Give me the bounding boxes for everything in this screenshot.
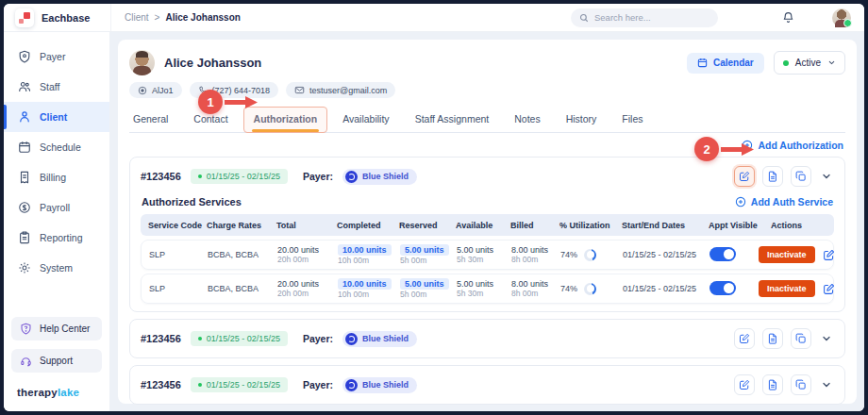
help-badge-icon bbox=[20, 323, 32, 335]
edit-icon bbox=[739, 171, 750, 182]
tab-availability[interactable]: Availability bbox=[342, 113, 389, 132]
status-value: Active bbox=[795, 58, 821, 68]
col-billed: Billed bbox=[510, 221, 559, 230]
footer-button-label: Support bbox=[40, 356, 73, 366]
edit-authorization-button[interactable] bbox=[734, 166, 755, 187]
row-actions: Inactivate bbox=[759, 246, 837, 263]
available-cell: 5.00 units5h 30m bbox=[457, 245, 511, 264]
edit-service-button[interactable] bbox=[823, 249, 835, 261]
edit-icon bbox=[739, 333, 750, 344]
payer-chip: Blue Shield bbox=[342, 331, 417, 347]
sidebar-item-label: System bbox=[40, 262, 73, 274]
sidebar-footer: Help Center Support therapylake bbox=[4, 317, 109, 411]
col-total: Total bbox=[276, 221, 337, 230]
email-icon bbox=[294, 85, 305, 95]
document-button[interactable] bbox=[762, 328, 783, 349]
document-icon bbox=[767, 171, 778, 182]
add-auth-service-link[interactable]: Add Auth Service bbox=[735, 196, 833, 208]
expand-card-button[interactable] bbox=[819, 377, 834, 392]
authorization-card-collapsed: #123456 01/15/25 - 02/15/25 Payer: Blue … bbox=[129, 319, 845, 358]
search-input[interactable] bbox=[594, 12, 709, 23]
client-email-chip: testuser@gmail.com bbox=[286, 82, 395, 98]
sidebar-item-staff[interactable]: Staff bbox=[4, 72, 109, 102]
col-completed: Completed bbox=[337, 221, 399, 230]
col-start-end-dates: Start/End Dates bbox=[622, 221, 709, 230]
copy-icon bbox=[795, 379, 807, 390]
expand-card-button[interactable] bbox=[819, 331, 834, 346]
therapylake-logo: therapylake bbox=[11, 381, 102, 404]
sidebar-item-label: Client bbox=[40, 111, 67, 123]
status-dropdown[interactable]: Active bbox=[774, 51, 845, 75]
payer-logo-icon bbox=[345, 171, 358, 183]
tab-files[interactable]: Files bbox=[622, 113, 643, 132]
appt-visible-toggle[interactable] bbox=[709, 247, 736, 261]
brand[interactable]: Eachbase bbox=[4, 8, 110, 27]
gear-icon bbox=[18, 261, 31, 274]
person-icon bbox=[18, 110, 31, 124]
tab-authorization[interactable]: Authorization bbox=[254, 113, 318, 132]
billed-cell: 8.00 units8h 00m bbox=[511, 279, 560, 298]
inactivate-button[interactable]: Inactivate bbox=[759, 280, 815, 297]
service-row: SLP BCBA, BCBA 20.00 units20h 00m 10.00 … bbox=[141, 274, 834, 304]
payer-label: Payer: bbox=[303, 333, 333, 344]
breadcrumb-separator: > bbox=[155, 12, 160, 23]
invoice-icon bbox=[18, 171, 31, 184]
sidebar-item-client[interactable]: Client bbox=[4, 102, 109, 132]
document-button[interactable] bbox=[762, 374, 783, 395]
user-avatar[interactable] bbox=[832, 8, 851, 27]
tab-history[interactable]: History bbox=[566, 113, 597, 132]
copy-button[interactable] bbox=[791, 166, 811, 187]
edit-authorization-button[interactable] bbox=[734, 328, 755, 349]
copy-button[interactable] bbox=[791, 328, 811, 349]
client-avatar bbox=[129, 50, 155, 75]
sidebar-item-payroll[interactable]: Payroll bbox=[4, 192, 109, 223]
tab-general[interactable]: General bbox=[133, 113, 168, 132]
calendar-button[interactable]: Calendar bbox=[687, 53, 764, 74]
charge-rates: BCBA, BCBA bbox=[208, 250, 277, 259]
client-code-chip: AlJo1 bbox=[129, 82, 182, 98]
authorization-card-collapsed: #123456 01/15/25 - 02/15/25 Payer: Blue … bbox=[129, 365, 845, 405]
collapse-card-button[interactable] bbox=[819, 169, 834, 184]
sidebar-item-reporting[interactable]: Reporting bbox=[4, 223, 109, 253]
edit-authorization-button[interactable] bbox=[734, 374, 755, 395]
add-authorization-link[interactable]: Add Authorization bbox=[742, 140, 843, 151]
tab-notes[interactable]: Notes bbox=[514, 113, 540, 132]
start-end-dates: 01/15/25 - 02/15/25 bbox=[623, 250, 709, 259]
sidebar-item-schedule[interactable]: Schedule bbox=[4, 132, 109, 162]
sidebar-item-system[interactable]: System bbox=[4, 253, 109, 283]
tab-contact[interactable]: Contact bbox=[193, 113, 227, 132]
inactivate-button[interactable]: Inactivate bbox=[759, 246, 815, 263]
bell-icon[interactable] bbox=[782, 11, 794, 24]
eachbase-logo-icon bbox=[15, 8, 34, 27]
headset-icon bbox=[20, 355, 32, 367]
document-icon bbox=[767, 333, 778, 344]
annotation-arrow-2 bbox=[721, 143, 755, 156]
copy-button[interactable] bbox=[791, 374, 811, 395]
document-button[interactable] bbox=[762, 166, 783, 187]
client-tabs: General Contact Authorization Availabili… bbox=[129, 108, 845, 133]
tab-staff-assignment[interactable]: Staff Assignment bbox=[415, 113, 490, 132]
help-center-button[interactable]: Help Center bbox=[11, 317, 102, 340]
search-box[interactable] bbox=[571, 8, 718, 27]
authorization-date-chip: 01/15/25 - 02/15/25 bbox=[191, 169, 288, 184]
authorization-number: #123456 bbox=[141, 333, 181, 344]
annotation-step-2: 2 bbox=[694, 137, 719, 161]
support-button[interactable]: Support bbox=[11, 349, 102, 373]
edit-service-button[interactable] bbox=[823, 283, 835, 295]
appt-visible-toggle[interactable] bbox=[709, 281, 736, 295]
sidebar-item-payer[interactable]: Payer bbox=[4, 42, 109, 72]
row-actions: Inactivate bbox=[759, 280, 837, 297]
people-icon bbox=[18, 80, 31, 93]
annotation-step-1: 1 bbox=[198, 90, 223, 114]
breadcrumb-section[interactable]: Client bbox=[125, 12, 149, 23]
sidebar-item-label: Payroll bbox=[40, 202, 70, 213]
authorization-card-expanded: #123456 01/15/25 - 02/15/25 Payer: Blue … bbox=[129, 157, 845, 312]
col-appt-visible: Appt Visible bbox=[709, 221, 758, 230]
payer-label: Payer: bbox=[303, 379, 333, 390]
utilization-donut bbox=[584, 283, 596, 295]
col-available: Available bbox=[456, 221, 510, 230]
charge-rates: BCBA, BCBA bbox=[208, 284, 277, 293]
sidebar-item-label: Reporting bbox=[40, 232, 83, 243]
edit-icon bbox=[739, 379, 750, 390]
sidebar-item-billing[interactable]: Billing bbox=[4, 162, 109, 192]
